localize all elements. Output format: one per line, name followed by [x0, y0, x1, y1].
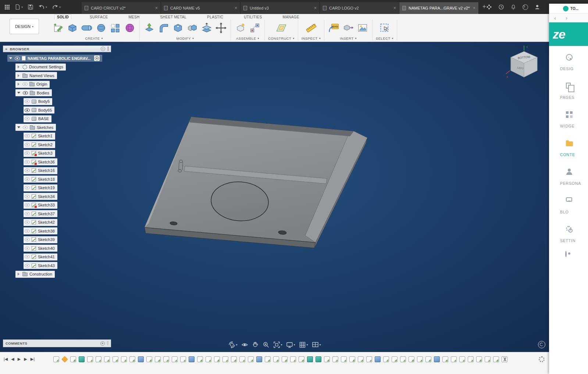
visibility-eye-icon[interactable] — [25, 177, 30, 181]
panel-item-personal[interactable]: PERSONA — [549, 165, 588, 194]
document-tab[interactable]: CARD NAME v5 — [161, 2, 240, 14]
visibility-eye-icon[interactable] — [25, 117, 30, 121]
visibility-eye-icon[interactable] — [25, 134, 30, 138]
timeline-feature-sketch-icon[interactable] — [53, 356, 59, 362]
visibility-eye-icon[interactable] — [22, 82, 28, 86]
visibility-eye-icon[interactable] — [25, 220, 30, 224]
collapse-browser-icon[interactable] — [5, 47, 8, 51]
timeline-feature-sketch-icon[interactable] — [121, 356, 127, 362]
go-to-end-button[interactable] — [31, 356, 35, 362]
viewports-button[interactable] — [312, 341, 321, 348]
close-tab-icon[interactable] — [393, 6, 396, 11]
timeline-feature-sketch-icon[interactable] — [155, 356, 161, 362]
redo-icon[interactable]: ▾ — [52, 4, 61, 10]
timeline-feature-sketch-icon[interactable] — [442, 356, 448, 362]
timeline-feature-sketch-icon[interactable] — [146, 356, 152, 362]
fillet-button[interactable] — [157, 21, 170, 35]
fit-button[interactable] — [273, 341, 282, 348]
tree-item-body65[interactable]: Body65 — [24, 107, 54, 114]
construct-group-menu[interactable]: CONSTRUCT — [268, 36, 295, 41]
timeline-feature-sketch-icon[interactable] — [206, 356, 211, 362]
job-status-clock-icon[interactable] — [498, 4, 504, 10]
timeline-feature-extrude-icon[interactable] — [138, 356, 144, 362]
minimize-browser-icon[interactable] — [101, 47, 105, 51]
timeline-feature-sketch-icon[interactable] — [129, 356, 135, 362]
notifications-bell-icon[interactable] — [510, 4, 516, 10]
visibility-eye-icon[interactable] — [25, 143, 30, 147]
workspace-selector[interactable]: DESIGN — [10, 19, 39, 34]
timeline-feature-extrude-icon[interactable] — [189, 356, 195, 362]
close-tab-icon[interactable] — [473, 6, 475, 11]
create-group-menu[interactable]: CREATE — [85, 36, 103, 41]
tree-item-body5[interactable]: Body5 — [24, 98, 52, 105]
document-tab[interactable]: Untitled v3 — [240, 2, 320, 14]
timeline-feature-sketch-icon[interactable] — [239, 356, 245, 362]
tree-item-sketch40[interactable]: Sketch40 — [24, 245, 57, 252]
comments-grip-handle[interactable] — [107, 341, 108, 346]
document-tab[interactable]: CARD CRICUT v2* — [82, 2, 161, 14]
browser-grip-handle[interactable] — [107, 47, 109, 51]
expand-arrow-icon[interactable] — [17, 126, 20, 128]
visibility-eye-icon[interactable] — [25, 151, 30, 155]
cylinder-button[interactable] — [81, 21, 93, 35]
timeline-feature-sketch-icon[interactable] — [299, 356, 304, 362]
timeline-feature-sketch-icon[interactable] — [476, 356, 482, 362]
timeline-feature-sketch-icon[interactable] — [485, 356, 491, 362]
close-tab-icon[interactable] — [155, 6, 158, 11]
tree-item-sketches[interactable]: Sketches — [15, 124, 56, 131]
timeline-feature-sketch-icon[interactable] — [273, 356, 279, 362]
timeline-feature-sketch-icon[interactable] — [172, 356, 178, 362]
timeline-feature-sketch-icon[interactable] — [425, 356, 431, 362]
tree-item-bodies[interactable]: Bodies — [15, 89, 52, 96]
tab-sheet-metal[interactable]: SHEET METAL — [158, 15, 189, 19]
tree-item-sketch2[interactable]: Sketch2 — [24, 141, 55, 148]
tree-item-base[interactable]: BASE — [24, 115, 51, 122]
tab-utilities[interactable]: UTILITIES — [242, 15, 264, 19]
comments-bar[interactable]: COMMENTS — [3, 339, 111, 347]
extension-header[interactable]: TO... — [549, 4, 588, 13]
timeline-feature-sketch-icon[interactable] — [358, 356, 364, 362]
expand-arrow-icon[interactable] — [18, 74, 19, 77]
visibility-eye-icon[interactable] — [25, 238, 30, 241]
measure-button[interactable] — [305, 21, 317, 35]
look-at-button[interactable] — [241, 341, 248, 348]
timeline-settings-icon[interactable] — [539, 356, 545, 362]
move-button[interactable] — [215, 21, 227, 35]
play-button[interactable] — [18, 356, 21, 362]
timeline-feature-sketch-icon[interactable] — [392, 356, 398, 362]
modify-group-menu[interactable]: MODIFY — [177, 36, 194, 41]
panel-item-pages[interactable]: PAGES — [549, 79, 588, 108]
close-tab-icon[interactable] — [314, 6, 317, 11]
grid-snaps-button[interactable] — [299, 341, 308, 348]
tab-plastic[interactable]: PLASTIC — [205, 15, 225, 19]
tree-item-sketch19[interactable]: Sketch19 — [24, 184, 57, 191]
timeline-feature-extrude-icon[interactable] — [256, 356, 262, 362]
add-comment-icon[interactable] — [100, 341, 105, 346]
step-forward-button[interactable] — [24, 356, 27, 362]
visibility-eye-icon[interactable] — [23, 91, 28, 95]
display-settings-button[interactable] — [286, 341, 295, 348]
undo-icon[interactable]: ▾ — [38, 4, 47, 10]
tree-item-sketch38[interactable]: Sketch38 — [24, 227, 57, 234]
timeline-feature-sketch-icon[interactable] — [451, 356, 457, 362]
tree-item-construction[interactable]: Construction — [15, 271, 55, 278]
tab-surface[interactable]: SURFACE — [88, 15, 110, 19]
visibility-eye-icon[interactable] — [25, 255, 30, 259]
timeline-feature-sketch-icon[interactable] — [332, 356, 338, 362]
timeline-feature-cyl-icon[interactable] — [307, 356, 313, 362]
step-back-button[interactable] — [11, 356, 14, 362]
timeline-feature-sketch-icon[interactable] — [197, 356, 203, 362]
timeline-feature-sketch-icon[interactable] — [163, 356, 169, 362]
box-button[interactable] — [66, 21, 79, 35]
combine-button[interactable] — [186, 21, 199, 35]
offset-face-button[interactable] — [200, 21, 213, 35]
timeline-feature-sketch-icon[interactable] — [383, 356, 389, 362]
close-tab-icon[interactable] — [235, 6, 237, 11]
save-icon[interactable] — [28, 4, 33, 10]
timeline-feature-sketch-icon[interactable] — [290, 356, 296, 362]
visibility-eye-icon[interactable] — [25, 169, 30, 172]
timeline-feature-sketch-icon[interactable] — [214, 356, 220, 362]
panel-item-design[interactable]: DESIG — [549, 50, 588, 79]
file-menu-icon[interactable]: ▾ — [15, 4, 23, 10]
visibility-eye-icon[interactable] — [25, 247, 30, 250]
